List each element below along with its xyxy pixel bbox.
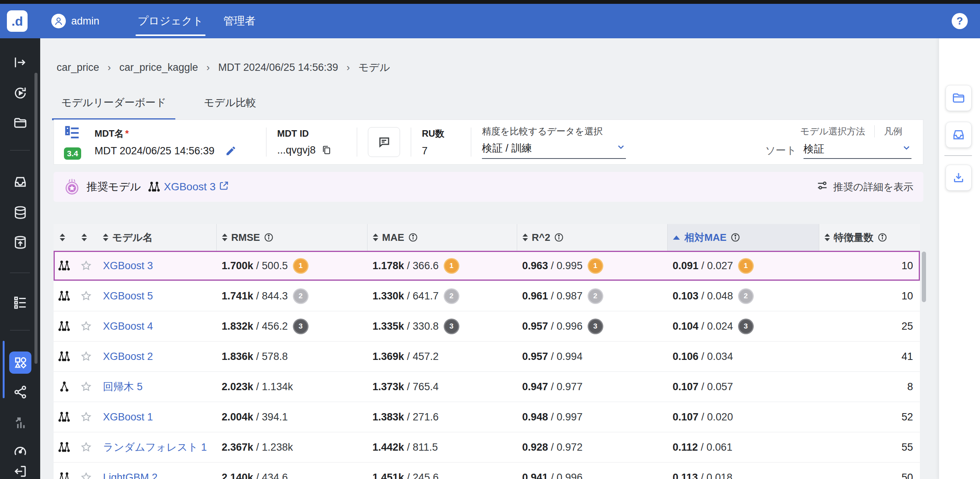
rank-medal: 3 <box>739 320 753 333</box>
show-recommendation-details-button[interactable]: 推奨の詳細を表示 <box>817 180 913 194</box>
breadcrumb-model[interactable]: モデル <box>358 60 390 74</box>
favorite-star-icon[interactable] <box>75 342 98 371</box>
help-icon[interactable]: ? <box>952 13 968 29</box>
rmse-cell: 1.700k / 500.51 <box>216 251 367 281</box>
nav-tab-projects[interactable]: プロジェクト <box>128 4 214 38</box>
share-graph-icon[interactable] <box>0 385 40 399</box>
favorite-star-icon[interactable] <box>75 372 98 402</box>
sort-favorite-header[interactable] <box>75 224 98 251</box>
table-row[interactable]: 回帰木 5 2.023k / 1.134k 1.373k / 765.4 0.9… <box>54 372 920 402</box>
header-rmse[interactable]: RMSE <box>216 224 367 251</box>
user-avatar-icon[interactable] <box>51 14 66 28</box>
model-select-method-link[interactable]: モデル選択方法 <box>791 125 874 137</box>
gauge-icon[interactable] <box>0 443 40 458</box>
topbar-nav: プロジェクト 管理者 <box>128 4 266 38</box>
favorite-star-icon[interactable] <box>75 402 98 432</box>
model-shapes-icon[interactable] <box>9 351 31 374</box>
table-row[interactable]: XGBoost 1 2.004k / 394.1 1.383k / 271.6 … <box>54 402 920 432</box>
breadcrumb-dataset[interactable]: car_price_kaggle <box>119 62 198 74</box>
model-link[interactable]: XGBoost 3 <box>103 260 153 272</box>
sort-icon <box>82 234 87 241</box>
r2-cell: 0.961 / 0.9872 <box>517 281 667 311</box>
model-link[interactable]: LightGBM 2 <box>103 472 158 479</box>
panel-divider <box>266 128 266 157</box>
favorite-star-icon[interactable] <box>75 463 98 479</box>
mdt-name-value: MDT 2024/06/25 14:56:39 <box>95 145 214 157</box>
logout-icon[interactable] <box>0 464 40 479</box>
favorite-star-icon[interactable] <box>75 281 98 311</box>
breadcrumb-separator: › <box>206 62 210 74</box>
sidebar-divider <box>10 150 30 150</box>
header-mae[interactable]: MAE <box>367 224 517 251</box>
info-icon[interactable] <box>264 232 274 242</box>
mae-cell: 1.330k / 641.72 <box>367 281 517 311</box>
rank-medal: 1 <box>445 259 458 273</box>
info-icon[interactable] <box>554 232 564 242</box>
mae-cell: 1.383k / 271.6 <box>367 402 517 432</box>
tab-model-compare[interactable]: モデル比較 <box>199 96 261 120</box>
rmse-cell: 2.367k / 1.238k <box>216 432 367 462</box>
compare-data-label: 精度を比較するデータを選択 <box>482 125 626 137</box>
table-row[interactable]: XGBoost 4 1.832k / 456.23 1.335k / 330.8… <box>54 311 920 342</box>
r2-cell: 0.928 / 0.972 <box>517 432 667 462</box>
sidebar-divider <box>10 330 30 330</box>
header-rel-mae[interactable]: 相対MAE <box>667 224 819 251</box>
user-name: admin <box>71 15 100 27</box>
table-row[interactable]: LightGBM 2 2.140k / 434.6 1.451k / 245.6… <box>54 463 920 479</box>
header-r2[interactable]: R^2 <box>517 224 667 251</box>
model-link[interactable]: XGBoost 1 <box>103 411 153 423</box>
table-row[interactable]: ランダムフォレスト 1 2.367k / 1.238k 1.442k / 811… <box>54 432 920 463</box>
app-logo[interactable]: .d <box>7 10 28 32</box>
model-link[interactable]: XGBoost 4 <box>103 320 153 332</box>
sort-model-type-header[interactable] <box>54 224 75 251</box>
header-model-name[interactable]: モデル名 <box>98 224 216 251</box>
collapse-panel-icon[interactable] <box>0 55 40 70</box>
sort-ascending-icon <box>673 235 680 240</box>
model-link[interactable]: XGBoost 2 <box>103 351 153 363</box>
favorite-star-icon[interactable] <box>75 251 98 281</box>
model-link[interactable]: ランダムフォレスト 1 <box>103 440 207 454</box>
rank-medal: 1 <box>589 259 602 273</box>
recommendation-bar: 推奨モデル XGBoost 3 推奨の詳細を表示 <box>54 172 923 202</box>
rel-mae-cell: 0.104 / 0.0243 <box>667 311 819 341</box>
feature-count-cell: 10 <box>819 251 920 281</box>
main-content: car_price › car_price_kaggle › MDT 2024/… <box>40 38 939 479</box>
comment-button[interactable] <box>368 127 400 157</box>
table-scrollbar[interactable] <box>922 252 926 302</box>
table-row[interactable]: XGBoost 2 1.836k / 578.8 1.369k / 457.2 … <box>54 342 920 372</box>
mae-cell: 1.335k / 330.83 <box>367 311 517 341</box>
copy-icon[interactable] <box>321 145 332 155</box>
folder-icon[interactable] <box>946 85 972 111</box>
chart-upload-icon[interactable] <box>0 415 40 430</box>
table-row[interactable]: XGBoost 5 1.741k / 844.32 1.330k / 641.7… <box>54 281 920 311</box>
topbar: .d admin プロジェクト 管理者 ? <box>0 4 980 38</box>
inbox-icon[interactable] <box>946 122 972 148</box>
info-icon[interactable] <box>730 232 740 242</box>
info-icon[interactable] <box>877 232 887 242</box>
favorite-star-icon[interactable] <box>75 432 98 462</box>
breadcrumb-mdt[interactable]: MDT 2024/06/25 14:56:39 <box>218 62 338 74</box>
info-icon[interactable] <box>408 232 418 242</box>
r2-cell: 0.948 / 0.997 <box>517 402 667 432</box>
rank-medal: 2 <box>739 289 753 303</box>
mae-cell: 1.451k / 245.6 <box>367 463 517 479</box>
boost-trees-icon <box>148 181 161 193</box>
header-feature-count[interactable]: 特徴量数 <box>819 224 920 251</box>
breadcrumb-project[interactable]: car_price <box>57 62 99 74</box>
edit-pencil-icon[interactable] <box>225 145 237 157</box>
compare-data-select[interactable]: 検証 / 訓練 <box>482 141 626 159</box>
download-icon[interactable] <box>946 165 972 191</box>
medal-icon <box>64 178 80 196</box>
table-header: モデル名 RMSE MAE R^2 <box>54 224 920 251</box>
table-row[interactable]: XGBoost 3 1.700k / 500.51 1.178k / 366.6… <box>54 251 920 281</box>
nav-tab-admin[interactable]: 管理者 <box>213 4 265 38</box>
legend-link[interactable]: 凡例 <box>875 125 911 137</box>
tab-model-leaderboard[interactable]: モデルリーダーボード <box>57 96 171 120</box>
favorite-star-icon[interactable] <box>75 311 98 341</box>
ru-count-label: RU数 <box>422 128 460 140</box>
recommended-model-link[interactable]: XGBoost 3 <box>148 180 229 194</box>
model-link[interactable]: XGBoost 5 <box>103 290 153 302</box>
sort-select[interactable]: 検証 <box>804 142 911 159</box>
model-link[interactable]: 回帰木 5 <box>103 380 143 394</box>
sidebar-scrollbar[interactable] <box>34 73 38 364</box>
